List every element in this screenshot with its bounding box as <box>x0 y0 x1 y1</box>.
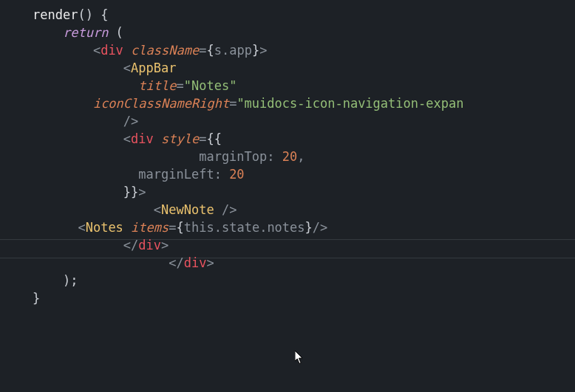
tag-open: < <box>93 43 101 58</box>
code-line[interactable]: } <box>33 291 40 306</box>
space <box>214 202 222 217</box>
attr-title: title <box>138 78 176 93</box>
equals: = <box>169 220 176 235</box>
tag-open: < <box>123 131 131 146</box>
method-name: render <box>33 7 78 22</box>
attr-iconclassnameright: iconClassNameRight <box>93 96 229 111</box>
code-line[interactable]: render() { <box>33 7 108 22</box>
tag-open: < <box>78 220 85 235</box>
code-line[interactable]: title="Notes" <box>33 78 237 93</box>
expr: this.state.notes <box>184 220 305 235</box>
num: 20 <box>282 149 297 164</box>
code-line[interactable]: </div> <box>33 238 169 252</box>
keyword-return: return <box>63 25 108 40</box>
code-line[interactable]: iconClassNameRight="muidocs-icon-navigat… <box>33 96 463 111</box>
code-line[interactable]: marginLeft: 20 <box>33 167 245 182</box>
code-line[interactable]: <NewNote /> <box>33 202 237 217</box>
tag-close: > <box>138 185 146 199</box>
tag-open: < <box>123 61 131 75</box>
tag-div: div <box>101 43 123 58</box>
component-newnote: NewNote <box>161 202 214 217</box>
string-notes: "Notes" <box>184 78 237 93</box>
tag-div: div <box>138 238 161 252</box>
code-editor[interactable]: render() { return ( <div className={s.ap… <box>0 0 575 392</box>
brace-open: {{ <box>206 131 221 146</box>
space <box>154 131 161 146</box>
equals: = <box>229 96 237 111</box>
code-line[interactable]: <div style={{ <box>33 131 222 146</box>
space <box>123 220 131 235</box>
code-line[interactable]: <AppBar <box>33 61 177 75</box>
equals: = <box>199 43 206 58</box>
tag-selfclose: /> <box>222 202 237 217</box>
paren: ( <box>108 25 123 40</box>
brace-close: } <box>252 43 259 58</box>
space <box>123 43 131 58</box>
tag-selfclose: /> <box>313 220 327 235</box>
brace-close: }} <box>123 185 138 199</box>
paren: ); <box>63 273 78 288</box>
tag-div: div <box>131 131 154 146</box>
prop-marginleft: marginLeft: <box>138 167 229 182</box>
brace-open: { <box>206 43 214 58</box>
code-line[interactable]: ); <box>33 273 78 288</box>
tag-close: > <box>259 43 267 58</box>
attr-items: items <box>131 220 169 235</box>
equals: = <box>176 78 183 93</box>
code-line[interactable]: /> <box>33 114 138 128</box>
comma: , <box>297 149 304 164</box>
tag-close: > <box>161 238 169 252</box>
tag-selfclose: /> <box>123 114 138 128</box>
num: 20 <box>229 167 244 182</box>
brace-close: } <box>305 220 313 235</box>
attr-classname: className <box>131 43 199 58</box>
expr: s.app <box>214 43 252 58</box>
brace: } <box>33 291 40 306</box>
code-line[interactable]: <div className={s.app}> <box>33 43 267 58</box>
code-line[interactable]: marginTop: 20, <box>33 149 305 164</box>
component-appbar: AppBar <box>131 61 176 75</box>
tag-close: > <box>206 255 214 270</box>
tag-open: </ <box>169 255 183 270</box>
brace-open: { <box>177 220 184 235</box>
tag-div: div <box>184 255 207 270</box>
tag-open: < <box>154 202 161 217</box>
equals: = <box>199 131 206 146</box>
code-line[interactable]: </div> <box>33 255 214 270</box>
prop-margintop: marginTop: <box>199 149 282 164</box>
code-line[interactable]: return ( <box>33 25 123 40</box>
tag-open: </ <box>123 238 138 252</box>
mouse-cursor-icon <box>295 351 304 365</box>
code-block[interactable]: render() { return ( <div className={s.ap… <box>0 0 575 307</box>
attr-style: style <box>161 131 199 146</box>
parens: () { <box>78 7 108 22</box>
component-notes: Notes <box>86 220 123 235</box>
code-line[interactable]: }}> <box>33 185 146 199</box>
string-muidocs: "muidocs-icon-navigation-expan <box>237 96 463 111</box>
code-line[interactable]: <Notes items={this.state.notes}/> <box>33 220 327 235</box>
